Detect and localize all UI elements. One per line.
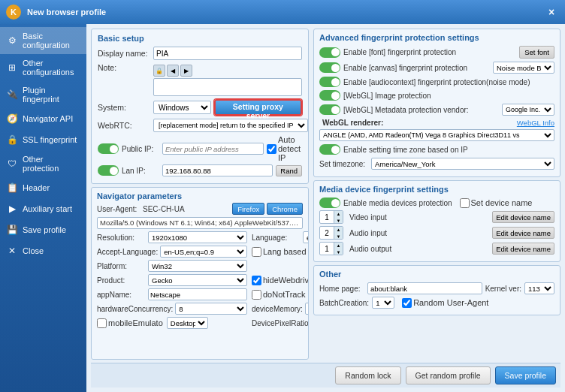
note-right-button[interactable]: ▶ [180,65,192,77]
note-left-button[interactable]: ◀ [167,65,179,77]
webgl-meta-toggle[interactable] [319,104,340,115]
accept-lang-select[interactable]: en-US,en;q=0.9 [160,246,247,258]
sidebar-item-label: Save profile [23,225,66,234]
random-lock-button[interactable]: Random lock [335,366,400,384]
lan-ip-input[interactable] [162,164,273,176]
sidebar-item-header[interactable]: 📋 Header [0,177,86,198]
platform-select[interactable]: Win32 [148,260,247,272]
sidebar-item-navigator-api[interactable]: 🧭 Navigator API [0,108,86,129]
chrome-button[interactable]: Chrome [267,203,303,215]
device-pixel-label: DevicePixelRatio: [252,319,309,327]
hide-webdriver-checkbox[interactable] [252,276,261,285]
noise-mode-select[interactable]: Noise mode B [493,62,554,74]
video-input-edit-button[interactable]: Edit device name [492,211,554,223]
lang-based-ip-label[interactable]: Lang based on IP [252,247,309,257]
canvas-fp-toggle[interactable] [319,62,340,73]
language-select[interactable]: en-US [303,231,309,243]
note-textarea[interactable] [153,78,302,96]
device-mem-select[interactable]: 8 [305,303,309,315]
public-ip-toggle-switch[interactable] [98,143,119,154]
sidebar-item-label: Basic configuration [23,32,80,50]
left-column: Basic setup Display name: Note: 🔒 ◀ ▶ [91,29,309,360]
timezone-toggle[interactable] [319,144,340,155]
public-ip-input[interactable] [162,143,264,155]
random-ua-checkbox[interactable] [402,298,412,308]
sidebar-item-save-profile[interactable]: 💾 Save profile [0,219,86,240]
media-enable-toggle[interactable] [319,198,340,208]
sidebar-item-ssl-fp[interactable]: 🔒 SSL fingerprint [0,129,86,150]
audio-input-value: 2 [320,229,334,237]
donottrack-checkbox[interactable] [252,290,261,300]
save-profile-button[interactable]: Save profile [495,366,556,384]
media-device-panel: Media device fingerprint settings Enable… [313,180,560,262]
firefox-button[interactable]: Firefox [232,203,264,215]
webgl-vendor-select[interactable]: Google Inc. ( [502,104,554,116]
appname-input[interactable] [148,288,247,300]
lan-ip-rand-button[interactable]: Rand [276,165,302,176]
webgl-info-link[interactable]: WebGL Info [517,119,554,127]
font-fp-label: Enable [font] fingerprint protection [343,48,516,56]
get-random-profile-button[interactable]: Get random profile [406,366,491,384]
audio-fp-toggle[interactable] [319,77,340,87]
webgl-img-toggle[interactable] [319,90,340,101]
system-select[interactable]: Windows [153,101,211,114]
set-device-name-label[interactable]: Set device name [460,198,533,208]
video-input-down-button[interactable]: ▼ [334,217,343,224]
ssl-fp-icon: 🔒 [6,134,18,146]
device-mem-row: deviceMemory: 8 [252,303,309,315]
setting-proxy-server-button[interactable]: Setting proxy server [214,99,302,116]
mobile-emu-select[interactable]: Desktop [167,317,208,329]
webgl-meta-row: [WebGL] Metadata protection vendor: Goog… [319,104,554,116]
note-lock-button[interactable]: 🔒 [153,65,165,77]
lan-ip-toggle-switch[interactable] [98,165,119,176]
webgl-renderer-select[interactable]: ANGLE (AMD, AMD Radeon(TM) Vega 8 Graphi… [319,129,554,141]
audio-input-edit-button[interactable]: Edit device name [492,227,554,239]
font-fp-toggle[interactable] [319,47,340,58]
display-name-input[interactable] [153,47,302,60]
mobile-emu-checkbox[interactable] [97,318,107,328]
auto-detect-ip-label[interactable]: Auto detect IP [267,135,302,162]
audio-output-edit-button[interactable]: Edit device name [492,243,554,255]
set-font-button[interactable]: Set font [519,46,554,59]
set-timezone-row: Set timezone: America/New_York [319,158,554,170]
hw-conc-select[interactable]: 8 [175,303,247,315]
homepage-input[interactable] [367,282,482,294]
video-input-up-button[interactable]: ▲ [334,210,343,217]
product-label: Product: [97,276,146,285]
audio-input-down-button[interactable]: ▼ [334,233,343,240]
random-ua-label[interactable]: Random User-Agent [402,298,488,308]
timezone-select[interactable]: America/New_York [371,158,554,170]
sidebar-item-label: Navigator API [23,114,73,123]
kernel-ver-select[interactable]: 113 [524,282,554,294]
hide-webdriver-label[interactable]: hideWebdriver [252,276,309,285]
mobile-emu-label: mobileEmulato [97,318,163,328]
audio-output-down-button[interactable]: ▼ [334,249,343,255]
sidebar-item-close[interactable]: ✕ Close [0,240,86,261]
audio-output-label: Audio output [349,245,489,253]
window-title: New browser profile [27,8,106,17]
set-device-name-checkbox[interactable] [460,198,470,208]
lang-based-ip-checkbox[interactable] [252,247,261,257]
audio-input-up-button[interactable]: ▲ [334,226,343,233]
canvas-fp-label: Enable [canvas] fingerprint protection [343,64,490,72]
resolution-select[interactable]: 1920x1080 [148,231,247,243]
sidebar-item-plugin-fp[interactable]: 🔌 Plugin fingerprint [0,81,86,108]
donottrack-label[interactable]: doNotTrack [252,290,305,300]
webrtc-select[interactable]: [replacement mode] return to the specifi… [153,119,308,132]
window-close-button[interactable]: × [544,5,559,20]
accept-lang-label: Accept-Language: [97,248,158,256]
product-select[interactable]: Gecko [148,274,247,286]
ua-sec-ch: SEC-CH-UA [143,205,185,213]
sidebar-item-basic-config[interactable]: ⚙ Basic configuration [0,27,86,54]
sidebar-item-other-config[interactable]: ⊞ Other configurations [0,54,86,81]
auto-detect-ip-checkbox[interactable] [267,144,276,154]
hw-conc-label: hardwareConcurrency: [97,305,173,313]
ua-text-display: Mozilla/5.0 (Windows NT 6.1; Win64; x64)… [97,217,303,229]
audio-output-up-button[interactable]: ▲ [334,242,343,249]
batch-creation-select[interactable]: 1 [372,297,394,309]
sidebar-item-auxiliary-start[interactable]: ▶ Auxiliary start [0,198,86,219]
sidebar-item-other-protection[interactable]: 🛡 Other protection [0,150,86,177]
app-logo: K [6,5,21,20]
note-label: Note: [98,63,150,72]
homepage-label: Home page: [319,285,364,293]
